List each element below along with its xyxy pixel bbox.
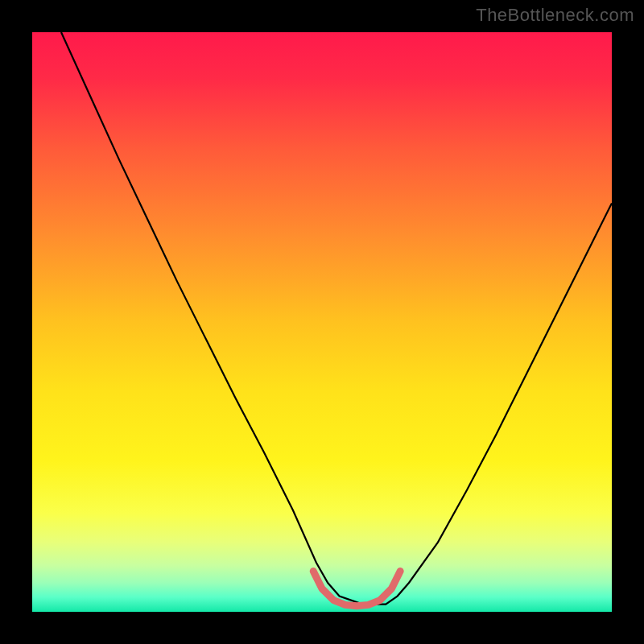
- watermark-text: TheBottleneck.com: [476, 5, 634, 26]
- gradient-background: [32, 32, 612, 612]
- chart-frame: TheBottleneck.com: [0, 0, 644, 644]
- bottleneck-chart: [32, 32, 612, 612]
